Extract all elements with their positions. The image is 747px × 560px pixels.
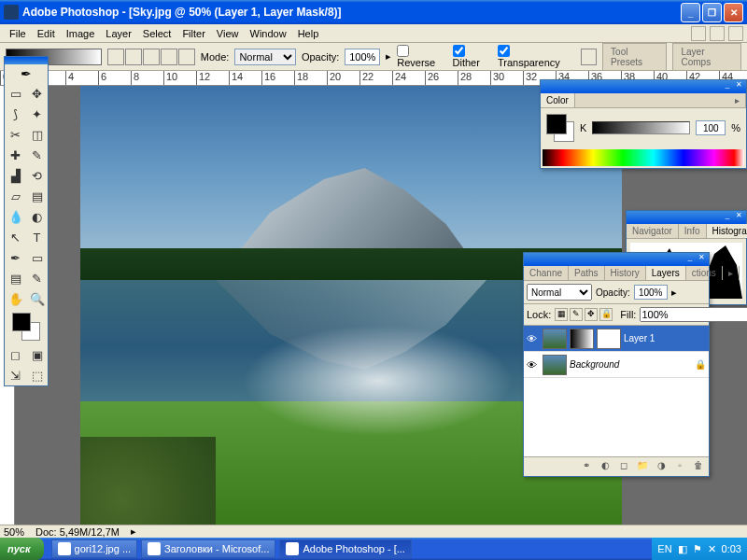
navigator-tab[interactable]: Navigator: [627, 224, 679, 238]
palette-well-icon[interactable]: [581, 49, 597, 65]
menu-image[interactable]: Image: [61, 26, 101, 41]
layer-row[interactable]: 👁 Layer 1: [524, 326, 709, 352]
doc-close-button[interactable]: [728, 26, 743, 41]
visibility-icon[interactable]: 👁: [527, 359, 540, 371]
menu-layer[interactable]: Layer: [100, 26, 137, 41]
tool-presets-tab[interactable]: Tool Presets: [602, 43, 667, 71]
actions-tab[interactable]: ctions: [686, 266, 723, 280]
opacity-input[interactable]: [345, 49, 380, 65]
taskbar-item[interactable]: gori12.jpg ...: [51, 539, 138, 558]
paths-tab[interactable]: Paths: [569, 266, 605, 280]
panel-close-icon[interactable]: ✕: [733, 80, 744, 91]
dither-checkbox-label[interactable]: Dither: [453, 45, 492, 69]
menu-filter[interactable]: Filter: [176, 26, 210, 41]
slice-tool[interactable]: ◫: [26, 124, 48, 145]
k-value-input[interactable]: [696, 120, 726, 135]
blur-tool[interactable]: 💧: [5, 206, 26, 227]
reverse-checkbox-label[interactable]: Reverse: [397, 45, 446, 69]
path-tool[interactable]: ↖: [5, 227, 26, 247]
doc-size[interactable]: Doc: 5,49M/12,7M: [35, 526, 120, 538]
minimize-button[interactable]: _: [681, 3, 700, 22]
dither-checkbox[interactable]: [453, 45, 465, 57]
transparency-checkbox[interactable]: [498, 45, 510, 57]
language-indicator[interactable]: EN: [657, 543, 671, 554]
gradient-radial-button[interactable]: [125, 49, 142, 65]
panel-menu-icon[interactable]: ▸: [723, 266, 740, 280]
blend-mode-select[interactable]: Normal: [527, 284, 592, 301]
brush-tool[interactable]: ✎: [26, 145, 48, 165]
close-button[interactable]: ✕: [724, 3, 743, 22]
layer-row[interactable]: 👁 Background 🔒: [524, 352, 709, 378]
zoom-level[interactable]: 50%: [4, 526, 24, 538]
layer-style-icon[interactable]: ◐: [598, 460, 613, 473]
type-tool[interactable]: T: [26, 227, 48, 247]
healing-tool[interactable]: ✚: [5, 145, 26, 165]
info-tab[interactable]: Info: [679, 224, 707, 238]
crop-tool[interactable]: ✂: [5, 124, 26, 145]
delete-layer-icon[interactable]: 🗑: [691, 460, 706, 473]
lock-transparency-icon[interactable]: ▦: [555, 308, 568, 321]
menu-file[interactable]: File: [4, 26, 32, 41]
color-swatches[interactable]: [12, 313, 40, 341]
reverse-checkbox[interactable]: [397, 45, 409, 57]
mode-select[interactable]: Normal: [234, 49, 296, 65]
marquee-tool[interactable]: ▭: [5, 83, 26, 104]
tray-icon[interactable]: ⚑: [693, 543, 702, 555]
history-brush-tool[interactable]: ⟲: [26, 165, 48, 186]
gradient-linear-button[interactable]: [107, 49, 124, 65]
gradient-reflected-button[interactable]: [161, 49, 177, 65]
menu-edit[interactable]: Edit: [32, 26, 61, 41]
gradient-diamond-button[interactable]: [178, 49, 195, 65]
jump-button[interactable]: ⇲: [5, 365, 26, 385]
color-fg-swatch[interactable]: [546, 114, 567, 134]
panel-minimize-icon[interactable]: _: [684, 253, 696, 264]
layers-tab[interactable]: Layers: [646, 266, 686, 280]
fill-input[interactable]: [640, 307, 747, 322]
wand-tool[interactable]: ✦: [26, 104, 48, 124]
stamp-tool[interactable]: ▟: [5, 165, 26, 186]
shape-tool[interactable]: ▭: [26, 247, 48, 268]
k-slider[interactable]: [592, 121, 690, 134]
layer-mask-icon[interactable]: ◻: [616, 460, 631, 473]
maximize-button[interactable]: ❐: [702, 3, 722, 22]
new-layer-icon[interactable]: ▫: [672, 460, 687, 473]
link-layers-icon[interactable]: ⚭: [579, 460, 594, 473]
foreground-swatch[interactable]: [12, 313, 31, 331]
lock-paint-icon[interactable]: ✎: [570, 308, 583, 321]
pen-tool[interactable]: ✒: [5, 247, 26, 268]
screenmode-button[interactable]: ▣: [26, 344, 48, 365]
lasso-tool[interactable]: ⟆: [5, 104, 26, 124]
dodge-tool[interactable]: ◐: [26, 206, 48, 227]
channels-tab[interactable]: Channe: [524, 266, 569, 280]
clock[interactable]: 0:03: [722, 543, 741, 554]
layers-panel-titlebar[interactable]: _ ✕: [524, 253, 709, 266]
hand-tool[interactable]: ✋: [5, 288, 26, 309]
panel-close-icon[interactable]: ✕: [733, 211, 744, 222]
menu-view[interactable]: View: [211, 26, 245, 41]
new-group-icon[interactable]: 📁: [635, 460, 650, 473]
move-tool[interactable]: ✥: [26, 83, 48, 104]
histogram-tab[interactable]: Histogram: [707, 224, 748, 238]
eraser-tool[interactable]: ▱: [5, 186, 26, 206]
history-tab[interactable]: History: [605, 266, 646, 280]
tray-icon[interactable]: ◧: [678, 543, 687, 555]
imageready-button[interactable]: ⬚: [26, 365, 48, 385]
transparency-checkbox-label[interactable]: Transparency: [498, 45, 570, 69]
panel-close-icon[interactable]: ✕: [696, 253, 707, 264]
color-panel-titlebar[interactable]: _ ✕: [541, 80, 746, 93]
menu-window[interactable]: Window: [245, 26, 292, 41]
layer-comps-tab[interactable]: Layer Comps: [672, 43, 741, 71]
taskbar-item[interactable]: Adobe Photoshop - [...: [279, 539, 411, 558]
layer-thumbnail[interactable]: [543, 355, 567, 375]
layer-mask-thumbnail-2[interactable]: [597, 329, 621, 349]
histogram-panel-titlebar[interactable]: _ ✕: [627, 211, 746, 224]
toolbox-titlebar[interactable]: [5, 57, 48, 64]
gradient-tool[interactable]: ▤: [26, 186, 48, 206]
panel-menu-icon[interactable]: ▸: [729, 93, 746, 107]
start-button[interactable]: пуск: [0, 538, 44, 560]
panel-minimize-icon[interactable]: _: [722, 211, 733, 222]
eyedropper-tool[interactable]: ✎: [26, 268, 48, 288]
lock-position-icon[interactable]: ✥: [585, 308, 598, 321]
layer-opacity-input[interactable]: [634, 285, 668, 300]
color-swatch-pair[interactable]: [546, 114, 574, 142]
